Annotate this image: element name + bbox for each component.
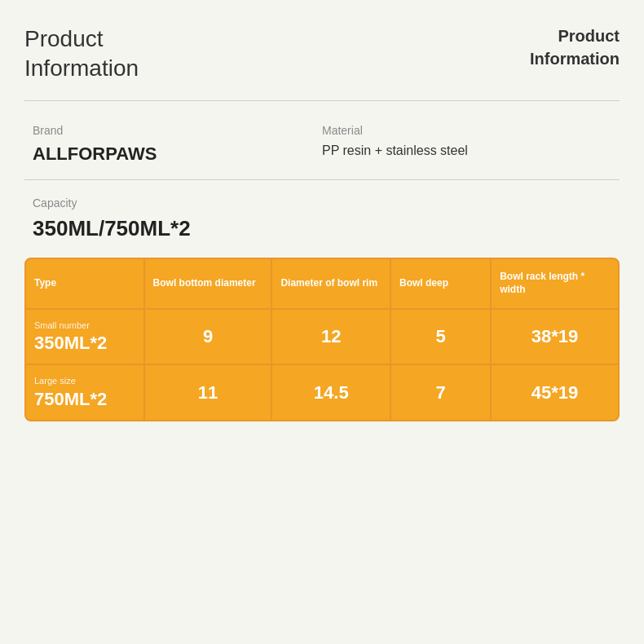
large-type-cell: Large size 750ML*2 <box>26 365 145 420</box>
brand-value: ALLFORPAWS <box>33 143 322 165</box>
page-title-left: Product Information <box>24 24 220 84</box>
col-header-type: Type <box>26 259 145 308</box>
table-row-large: Large size 750ML*2 11 14.5 7 45*19 <box>26 365 618 420</box>
large-bowl-bottom: 11 <box>145 365 273 420</box>
divider-1 <box>24 100 620 101</box>
large-rack: 45*19 <box>492 365 618 420</box>
col-header-bowl-bottom: Bowl bottom diameter <box>145 259 273 308</box>
small-bowl-bottom: 9 <box>145 310 273 364</box>
small-deep: 5 <box>391 310 492 364</box>
small-diameter: 12 <box>272 310 391 364</box>
page-wrapper: Product Information Product Information … <box>0 0 644 644</box>
material-label: Material <box>322 124 611 137</box>
info-grid: Brand ALLFORPAWS Material PP resin + sta… <box>24 109 620 179</box>
capacity-value: 350ML/750ML*2 <box>33 216 611 241</box>
large-diameter: 14.5 <box>272 365 391 420</box>
col-header-deep: Bowl deep <box>391 259 492 308</box>
product-table: Type Bowl bottom diameter Diameter of bo… <box>24 258 620 421</box>
large-type-val: 750ML*2 <box>34 389 135 410</box>
large-deep: 7 <box>391 365 492 420</box>
table-row-small: Small number 350ML*2 9 12 5 38*19 <box>26 310 618 366</box>
table-header-row: Type Bowl bottom diameter Diameter of bo… <box>26 259 618 310</box>
material-value: PP resin + stainless steel <box>322 143 611 158</box>
col-header-rack: Bowl rack length * width <box>492 259 618 308</box>
capacity-section: Capacity 350ML/750ML*2 <box>24 188 620 258</box>
small-type-sub: Small number <box>34 320 135 331</box>
capacity-label: Capacity <box>33 196 611 210</box>
title-right-line2: Information <box>530 50 620 68</box>
small-type-val: 350ML*2 <box>34 333 135 354</box>
brand-col: Brand ALLFORPAWS <box>33 124 322 165</box>
brand-label: Brand <box>33 124 322 137</box>
material-col: Material PP resin + stainless steel <box>322 124 611 165</box>
small-rack: 38*19 <box>492 310 618 364</box>
page-title-right: Product Information <box>530 24 620 70</box>
header-section: Product Information Product Information <box>24 0 620 100</box>
small-type-cell: Small number 350ML*2 <box>26 310 145 364</box>
col-header-diameter: Diameter of bowl rim <box>272 259 391 308</box>
title-right-line1: Product <box>558 27 620 45</box>
divider-2 <box>24 179 620 180</box>
large-type-sub: Large size <box>34 375 135 386</box>
